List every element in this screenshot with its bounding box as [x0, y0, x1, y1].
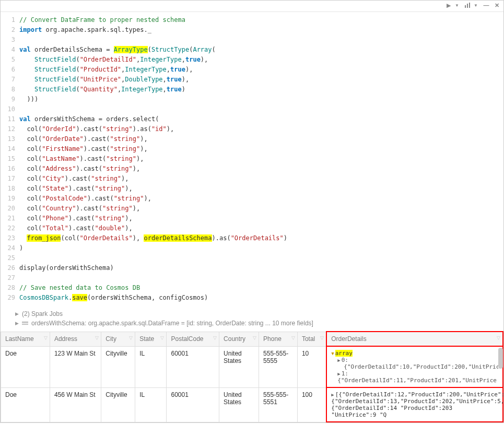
caret-right-icon[interactable]: ▶ [337, 358, 340, 363]
line-gutter: 1234567891011121314151617181920212223242… [1, 15, 19, 303]
table-cell: 10 [297, 346, 326, 387]
caret-right-icon[interactable]: ▶ [337, 371, 340, 376]
table-row: Doe456 W Main StCityvilleIL60001United S… [1, 387, 503, 422]
svg-rect-0 [465, 5, 466, 8]
schema-row[interactable]: ▶ ordersWithSchema: org.apache.spark.sql… [15, 319, 497, 328]
column-header[interactable]: Country▽ [219, 332, 259, 346]
table-cell: Cityville [101, 346, 135, 387]
table-icon [22, 321, 28, 326]
table-cell: 100 [297, 387, 326, 422]
table-cell: 555-555-5555 [259, 346, 298, 387]
sort-icon[interactable]: ▽ [320, 335, 324, 340]
table-row: Doe123 W Main StCityvilleIL60001United S… [1, 346, 503, 387]
table-cell: United States [219, 346, 259, 387]
table-cell: 60001 [167, 387, 219, 422]
minimize-icon[interactable]: — [483, 2, 490, 9]
orderdetails-cell[interactable]: ▶[{"OrderDetailId":12,"ProductId":200,"U… [326, 387, 503, 422]
table-cell: Cityville [101, 387, 135, 422]
scrollbar-thumb[interactable] [498, 348, 503, 369]
column-header[interactable]: OrderDetails▽ [326, 332, 503, 346]
result-table-wrap: Proper array for saving to Cosmos DB col… [1, 331, 503, 422]
schema-text: ordersWithSchema: org.apache.spark.sql.D… [31, 320, 313, 327]
caret-right-icon[interactable]: ▶ [331, 392, 334, 397]
sort-icon[interactable]: ▽ [213, 335, 217, 340]
table-cell: United States [219, 387, 259, 422]
caret-right-icon: ▶ [15, 321, 19, 326]
sort-icon[interactable]: ▽ [291, 335, 295, 340]
sort-icon[interactable]: ▽ [253, 335, 256, 340]
column-header[interactable]: City▽ [101, 332, 135, 346]
result-table: LastName▽Address▽City▽State▽PostalCode▽C… [1, 331, 503, 422]
column-header[interactable]: Phone▽ [259, 332, 298, 346]
spark-jobs-label: (2) Spark Jobs [22, 310, 63, 317]
sort-icon[interactable]: ▽ [44, 335, 48, 340]
chart-icon[interactable] [464, 2, 471, 9]
sort-icon[interactable]: ▽ [497, 335, 500, 340]
column-header[interactable]: LastName▽ [1, 332, 50, 346]
column-header[interactable]: Address▽ [50, 332, 101, 346]
table-cell: 555-555-5551 [259, 387, 298, 422]
chevron-down-icon[interactable]: ▼ [472, 2, 479, 9]
expand-icon[interactable]: ▼ [331, 351, 334, 356]
chevron-down-icon[interactable]: ▼ [453, 2, 461, 9]
table-cell: IL [135, 346, 167, 387]
close-icon[interactable]: ✕ [493, 2, 500, 9]
table-cell: 60001 [167, 346, 219, 387]
orderdetails-cell[interactable]: ▼array▶0:{"OrderDetailId":10,"ProductId"… [326, 346, 503, 387]
output-meta: ▶ (2) Spark Jobs ▶ ordersWithSchema: org… [1, 307, 503, 331]
run-icon[interactable]: ▶ [445, 2, 452, 9]
table-cell: 456 W Main St [50, 387, 101, 422]
table-cell: 123 W Main St [50, 346, 101, 387]
sort-icon[interactable]: ▽ [129, 335, 133, 340]
sort-icon[interactable]: ▽ [160, 335, 164, 340]
svg-rect-1 [467, 4, 468, 8]
cell-toolbar: ▶ ▼ ▼ — ✕ [1, 1, 503, 12]
table-cell: Doe [1, 346, 50, 387]
table-cell: IL [135, 387, 167, 422]
notebook-cell: ▶ ▼ ▼ — ✕ 123456789101112131415161718192… [0, 0, 504, 423]
column-header[interactable]: Total▽ [297, 332, 326, 346]
column-header[interactable]: State▽ [135, 332, 167, 346]
svg-rect-2 [469, 3, 470, 8]
code-editor[interactable]: 1234567891011121314151617181920212223242… [1, 12, 503, 307]
caret-right-icon: ▶ [15, 311, 19, 316]
sort-icon[interactable]: ▽ [95, 335, 99, 340]
code-content[interactable]: // Convert DataFrame to proper nested sc… [19, 15, 503, 303]
spark-jobs-row[interactable]: ▶ (2) Spark Jobs [15, 309, 497, 319]
column-header[interactable]: PostalCode▽ [167, 332, 219, 346]
table-cell: Doe [1, 387, 50, 422]
